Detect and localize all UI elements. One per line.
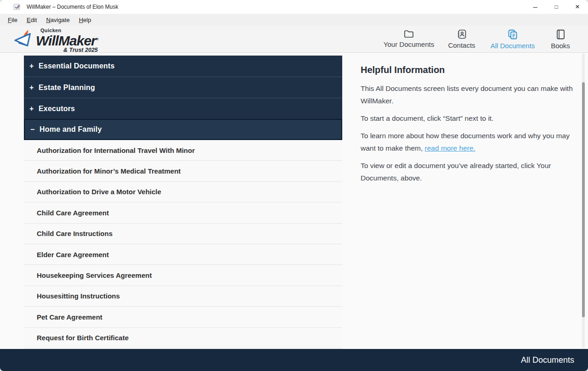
menu-edit[interactable]: Edit (22, 15, 41, 25)
menu-navigate[interactable]: Navigate (41, 15, 74, 25)
read-more-link[interactable]: read more here. (425, 144, 475, 152)
logo-trust-text: & Trust 2025 (63, 47, 98, 53)
documents-icon (508, 29, 518, 39)
folder-icon (404, 29, 414, 38)
section-home-and-family[interactable]: − Home and Family (24, 119, 342, 140)
expand-icon: + (29, 84, 37, 92)
helpful-paragraph: To learn more about how these documents … (361, 129, 573, 154)
scrollbar-thumb[interactable] (582, 82, 585, 317)
app-window: WillMaker – Documents of Elon Musk ─ □ ×… (0, 0, 588, 371)
document-row[interactable]: Authorization to Drive a Motor Vehicle (24, 182, 342, 202)
footer-bar: All Documents (0, 349, 588, 371)
nav-your-documents[interactable]: Your Documents (381, 29, 436, 48)
book-icon (556, 29, 565, 39)
nav-label: Contacts (448, 41, 475, 49)
scrollbar-track[interactable] (582, 53, 585, 348)
contacts-icon (457, 29, 467, 39)
expand-icon: + (29, 62, 37, 70)
document-row[interactable]: Authorization for International Travel W… (24, 140, 342, 161)
document-row[interactable]: Child Care Instructions (24, 224, 342, 244)
close-button[interactable]: × (567, 0, 588, 14)
document-row[interactable]: Elder Care Agreement (24, 244, 342, 265)
document-row[interactable]: Housekeeping Services Agreement (24, 265, 342, 286)
willmaker-logo-icon (14, 28, 35, 50)
nav-books[interactable]: Books (544, 29, 577, 50)
document-categories: + Essential Documents + Estate Planning … (24, 56, 342, 349)
section-essential-documents[interactable]: + Essential Documents (24, 56, 342, 77)
minimize-button[interactable]: ─ (525, 0, 546, 14)
helpful-title: Helpful Information (361, 65, 573, 75)
menu-help[interactable]: Help (74, 15, 96, 25)
nav-label: All Documents (491, 42, 535, 50)
logo-willmaker-text: WillMaker® (36, 33, 98, 47)
section-executors[interactable]: + Executors (24, 98, 342, 119)
footer-screen-label: All Documents (521, 355, 574, 365)
window-controls: ─ □ × (525, 0, 588, 14)
helpful-paragraph: To start a document, click “Start” next … (361, 112, 573, 124)
willmaker-logo: Quicken WillMaker® & Trust 2025 (14, 28, 98, 53)
helpful-paragraph: This All Documents screen lists every do… (361, 82, 573, 107)
nav-label: Your Documents (384, 40, 434, 48)
document-row[interactable]: Pet Care Agreement (24, 307, 342, 327)
document-row[interactable]: Housesitting Instructions (24, 286, 342, 307)
document-row[interactable]: Child Care Agreement (24, 202, 342, 223)
nav-all-documents[interactable]: All Documents (488, 29, 537, 50)
document-list: Authorization for International Travel W… (24, 140, 342, 349)
expand-icon: + (29, 105, 37, 113)
app-icon (13, 3, 21, 11)
helpful-paragraph: To view or edit a document you’ve alread… (361, 159, 573, 184)
nav-contacts[interactable]: Contacts (439, 29, 485, 49)
window-title: WillMaker – Documents of Elon Musk (27, 4, 118, 10)
helpful-information-panel: Helpful Information This All Documents s… (361, 65, 573, 189)
app-header: Quicken WillMaker® & Trust 2025 Your Doc… (0, 26, 588, 53)
section-estate-planning[interactable]: + Estate Planning (24, 77, 342, 98)
menu-bar: File Edit Navigate Help (0, 14, 588, 26)
document-row[interactable]: Authorization for Minor’s Medical Treatm… (24, 161, 342, 181)
registered-mark: ® (96, 37, 98, 41)
logo-quicken-text: Quicken (40, 28, 98, 33)
nav-label: Books (551, 42, 570, 50)
menu-file[interactable]: File (3, 15, 22, 25)
title-bar: WillMaker – Documents of Elon Musk ─ □ × (0, 0, 588, 14)
document-row[interactable]: Request for Birth Certificate (24, 328, 342, 349)
maximize-button[interactable]: □ (546, 0, 567, 14)
collapse-icon: − (30, 125, 38, 134)
